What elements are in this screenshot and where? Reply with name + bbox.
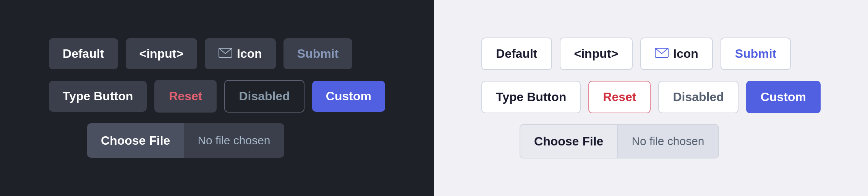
dark-icon-label: Icon	[237, 47, 262, 61]
light-reset-button[interactable]: Reset	[588, 81, 651, 113]
dark-row-1: Default <input> Icon Submit	[49, 38, 385, 69]
light-row-3: Choose File No file chosen	[481, 124, 821, 158]
light-custom-button[interactable]: Custom	[746, 81, 821, 113]
light-panel: Default <input> Icon Submit Type Button …	[434, 0, 868, 196]
light-icon-label: Icon	[673, 47, 698, 61]
light-row-1: Default <input> Icon Submit	[481, 38, 821, 70]
dark-no-file-label: No file chosen	[184, 123, 284, 158]
light-submit-button[interactable]: Submit	[721, 38, 791, 70]
dark-reset-button[interactable]: Reset	[154, 80, 217, 113]
dark-row-2: Type Button Reset Disabled Custom	[49, 80, 385, 113]
dark-submit-button[interactable]: Submit	[283, 38, 352, 69]
light-no-file-label: No file chosen	[618, 125, 718, 158]
light-file-input[interactable]: Choose File No file chosen	[520, 124, 719, 158]
dark-panel: Default <input> Icon Submit Type Button …	[0, 0, 434, 196]
mail-icon-light	[655, 47, 669, 61]
light-row-2: Type Button Reset Disabled Custom	[481, 81, 821, 113]
light-icon-button[interactable]: Icon	[640, 38, 713, 70]
dark-icon-button[interactable]: Icon	[205, 38, 276, 69]
dark-disabled-button: Disabled	[224, 80, 304, 113]
light-button-grid: Default <input> Icon Submit Type Button …	[481, 38, 821, 158]
dark-custom-button[interactable]: Custom	[312, 81, 385, 112]
dark-button-grid: Default <input> Icon Submit Type Button …	[49, 38, 385, 158]
light-input-button[interactable]: <input>	[560, 38, 633, 70]
dark-default-button[interactable]: Default	[49, 38, 118, 69]
mail-icon	[219, 47, 232, 61]
light-default-button[interactable]: Default	[481, 38, 552, 70]
light-disabled-button: Disabled	[658, 81, 738, 113]
light-choose-file-button[interactable]: Choose File	[520, 125, 618, 158]
dark-input-button[interactable]: <input>	[126, 38, 198, 69]
light-typebutton-button[interactable]: Type Button	[481, 81, 581, 113]
dark-file-input[interactable]: Choose File No file chosen	[87, 123, 284, 158]
dark-typebutton-button[interactable]: Type Button	[49, 81, 147, 112]
dark-row-3: Choose File No file chosen	[49, 123, 385, 158]
dark-choose-file-button[interactable]: Choose File	[87, 123, 184, 158]
